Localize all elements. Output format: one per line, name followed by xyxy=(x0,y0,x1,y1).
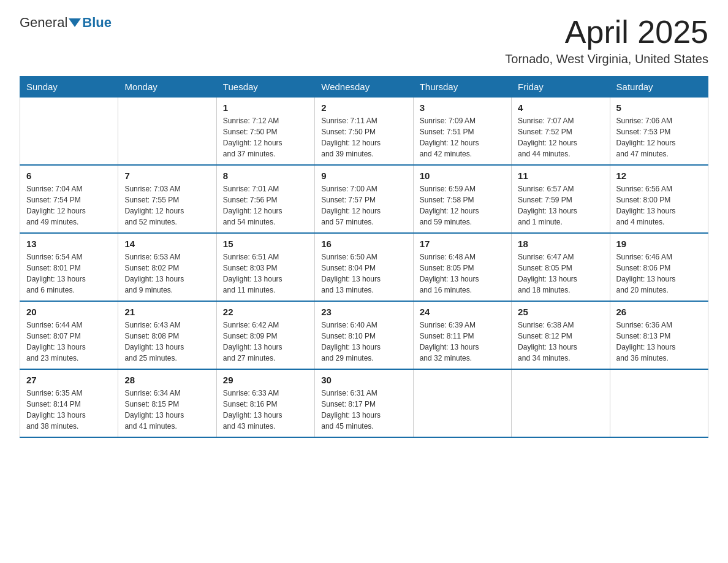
calendar-week-row: 6Sunrise: 7:04 AM Sunset: 7:54 PM Daylig… xyxy=(20,165,708,233)
day-info: Sunrise: 7:03 AM Sunset: 7:55 PM Dayligh… xyxy=(124,183,210,228)
calendar-cell: 14Sunrise: 6:53 AM Sunset: 8:02 PM Dayli… xyxy=(118,233,216,301)
calendar-cell: 22Sunrise: 6:42 AM Sunset: 8:09 PM Dayli… xyxy=(216,301,314,369)
calendar-cell: 10Sunrise: 6:59 AM Sunset: 7:58 PM Dayli… xyxy=(413,165,511,233)
calendar-cell xyxy=(512,369,610,437)
day-info: Sunrise: 6:44 AM Sunset: 8:07 PM Dayligh… xyxy=(26,320,112,364)
weekday-header: Monday xyxy=(118,77,216,98)
day-info: Sunrise: 6:59 AM Sunset: 7:58 PM Dayligh… xyxy=(420,183,505,228)
calendar-cell: 20Sunrise: 6:44 AM Sunset: 8:07 PM Dayli… xyxy=(20,301,118,369)
day-number: 6 xyxy=(26,170,112,181)
day-number: 26 xyxy=(616,307,702,317)
calendar-cell: 5Sunrise: 7:06 AM Sunset: 7:53 PM Daylig… xyxy=(610,98,708,166)
calendar-table: SundayMondayTuesdayWednesdayThursdayFrid… xyxy=(20,76,708,438)
day-info: Sunrise: 6:47 AM Sunset: 8:05 PM Dayligh… xyxy=(518,251,603,296)
weekday-header: Saturday xyxy=(610,77,708,98)
weekday-header: Friday xyxy=(512,77,610,98)
day-info: Sunrise: 6:43 AM Sunset: 8:08 PM Dayligh… xyxy=(124,320,210,364)
day-info: Sunrise: 6:38 AM Sunset: 8:12 PM Dayligh… xyxy=(518,320,603,364)
day-number: 2 xyxy=(321,102,406,113)
day-number: 7 xyxy=(124,170,210,181)
calendar-cell xyxy=(413,369,511,437)
calendar-cell: 27Sunrise: 6:35 AM Sunset: 8:14 PM Dayli… xyxy=(20,369,118,437)
calendar-cell: 24Sunrise: 6:39 AM Sunset: 8:11 PM Dayli… xyxy=(413,301,511,369)
day-info: Sunrise: 7:07 AM Sunset: 7:52 PM Dayligh… xyxy=(518,115,603,159)
calendar-week-row: 13Sunrise: 6:54 AM Sunset: 8:01 PM Dayli… xyxy=(20,233,708,301)
calendar-cell xyxy=(20,98,118,166)
day-info: Sunrise: 6:36 AM Sunset: 8:13 PM Dayligh… xyxy=(616,320,702,364)
day-number: 8 xyxy=(223,170,308,181)
calendar-cell xyxy=(118,98,216,166)
weekday-header: Sunday xyxy=(20,77,118,98)
calendar-cell: 28Sunrise: 6:34 AM Sunset: 8:15 PM Dayli… xyxy=(118,369,216,437)
day-number: 12 xyxy=(616,170,702,181)
day-info: Sunrise: 7:09 AM Sunset: 7:51 PM Dayligh… xyxy=(420,115,505,159)
day-number: 24 xyxy=(420,307,505,317)
calendar-cell: 26Sunrise: 6:36 AM Sunset: 8:13 PM Dayli… xyxy=(610,301,708,369)
calendar-cell: 8Sunrise: 7:01 AM Sunset: 7:56 PM Daylig… xyxy=(216,165,314,233)
calendar-cell: 21Sunrise: 6:43 AM Sunset: 8:08 PM Dayli… xyxy=(118,301,216,369)
calendar-header-row: SundayMondayTuesdayWednesdayThursdayFrid… xyxy=(20,77,708,98)
day-number: 20 xyxy=(26,307,112,317)
calendar-cell: 23Sunrise: 6:40 AM Sunset: 8:10 PM Dayli… xyxy=(315,301,413,369)
location-title: Tornado, West Virginia, United States xyxy=(505,52,708,66)
day-info: Sunrise: 6:35 AM Sunset: 8:14 PM Dayligh… xyxy=(26,388,112,432)
day-number: 22 xyxy=(223,307,308,317)
day-number: 3 xyxy=(420,102,505,113)
day-info: Sunrise: 7:01 AM Sunset: 7:56 PM Dayligh… xyxy=(223,183,308,228)
calendar-week-row: 27Sunrise: 6:35 AM Sunset: 8:14 PM Dayli… xyxy=(20,369,708,437)
day-number: 30 xyxy=(321,375,406,385)
day-number: 11 xyxy=(518,170,603,181)
day-number: 13 xyxy=(26,239,112,249)
calendar-cell: 6Sunrise: 7:04 AM Sunset: 7:54 PM Daylig… xyxy=(20,165,118,233)
calendar-cell: 19Sunrise: 6:46 AM Sunset: 8:06 PM Dayli… xyxy=(610,233,708,301)
weekday-header: Wednesday xyxy=(315,77,413,98)
day-number: 10 xyxy=(420,170,505,181)
day-number: 17 xyxy=(420,239,505,249)
day-number: 28 xyxy=(124,375,210,385)
day-info: Sunrise: 6:54 AM Sunset: 8:01 PM Dayligh… xyxy=(26,251,112,296)
calendar-cell: 13Sunrise: 6:54 AM Sunset: 8:01 PM Dayli… xyxy=(20,233,118,301)
day-number: 15 xyxy=(223,239,308,249)
weekday-header: Thursday xyxy=(413,77,511,98)
day-number: 29 xyxy=(223,375,308,385)
day-info: Sunrise: 6:51 AM Sunset: 8:03 PM Dayligh… xyxy=(223,251,308,296)
day-number: 9 xyxy=(321,170,406,181)
calendar-cell: 15Sunrise: 6:51 AM Sunset: 8:03 PM Dayli… xyxy=(216,233,314,301)
calendar-cell: 1Sunrise: 7:12 AM Sunset: 7:50 PM Daylig… xyxy=(216,98,314,166)
day-number: 5 xyxy=(616,102,702,113)
day-info: Sunrise: 6:33 AM Sunset: 8:16 PM Dayligh… xyxy=(223,388,308,432)
day-info: Sunrise: 6:39 AM Sunset: 8:11 PM Dayligh… xyxy=(420,320,505,364)
day-info: Sunrise: 6:50 AM Sunset: 8:04 PM Dayligh… xyxy=(321,251,406,296)
weekday-header: Tuesday xyxy=(216,77,314,98)
calendar-cell: 29Sunrise: 6:33 AM Sunset: 8:16 PM Dayli… xyxy=(216,369,314,437)
calendar-cell: 17Sunrise: 6:48 AM Sunset: 8:05 PM Dayli… xyxy=(413,233,511,301)
calendar-cell xyxy=(610,369,708,437)
day-number: 21 xyxy=(124,307,210,317)
day-number: 16 xyxy=(321,239,406,249)
day-info: Sunrise: 7:12 AM Sunset: 7:50 PM Dayligh… xyxy=(223,115,308,159)
day-info: Sunrise: 6:46 AM Sunset: 8:06 PM Dayligh… xyxy=(616,251,702,296)
calendar-cell: 4Sunrise: 7:07 AM Sunset: 7:52 PM Daylig… xyxy=(512,98,610,166)
day-info: Sunrise: 6:42 AM Sunset: 8:09 PM Dayligh… xyxy=(223,320,308,364)
day-info: Sunrise: 6:31 AM Sunset: 8:17 PM Dayligh… xyxy=(321,388,406,432)
day-number: 23 xyxy=(321,307,406,317)
month-title: April 2025 xyxy=(505,15,708,50)
calendar-week-row: 1Sunrise: 7:12 AM Sunset: 7:50 PM Daylig… xyxy=(20,98,708,166)
logo: General Blue xyxy=(20,15,112,31)
day-number: 19 xyxy=(616,239,702,249)
day-number: 27 xyxy=(26,375,112,385)
day-info: Sunrise: 6:53 AM Sunset: 8:02 PM Dayligh… xyxy=(124,251,210,296)
day-info: Sunrise: 6:40 AM Sunset: 8:10 PM Dayligh… xyxy=(321,320,406,364)
calendar-cell: 25Sunrise: 6:38 AM Sunset: 8:12 PM Dayli… xyxy=(512,301,610,369)
day-info: Sunrise: 6:34 AM Sunset: 8:15 PM Dayligh… xyxy=(124,388,210,432)
day-info: Sunrise: 6:56 AM Sunset: 8:00 PM Dayligh… xyxy=(616,183,702,228)
calendar-cell: 16Sunrise: 6:50 AM Sunset: 8:04 PM Dayli… xyxy=(315,233,413,301)
logo-general-text: General xyxy=(20,15,67,31)
calendar-week-row: 20Sunrise: 6:44 AM Sunset: 8:07 PM Dayli… xyxy=(20,301,708,369)
day-number: 18 xyxy=(518,239,603,249)
day-info: Sunrise: 7:04 AM Sunset: 7:54 PM Dayligh… xyxy=(26,183,112,228)
calendar-cell: 12Sunrise: 6:56 AM Sunset: 8:00 PM Dayli… xyxy=(610,165,708,233)
calendar-cell: 30Sunrise: 6:31 AM Sunset: 8:17 PM Dayli… xyxy=(315,369,413,437)
calendar-cell: 18Sunrise: 6:47 AM Sunset: 8:05 PM Dayli… xyxy=(512,233,610,301)
calendar-cell: 9Sunrise: 7:00 AM Sunset: 7:57 PM Daylig… xyxy=(315,165,413,233)
